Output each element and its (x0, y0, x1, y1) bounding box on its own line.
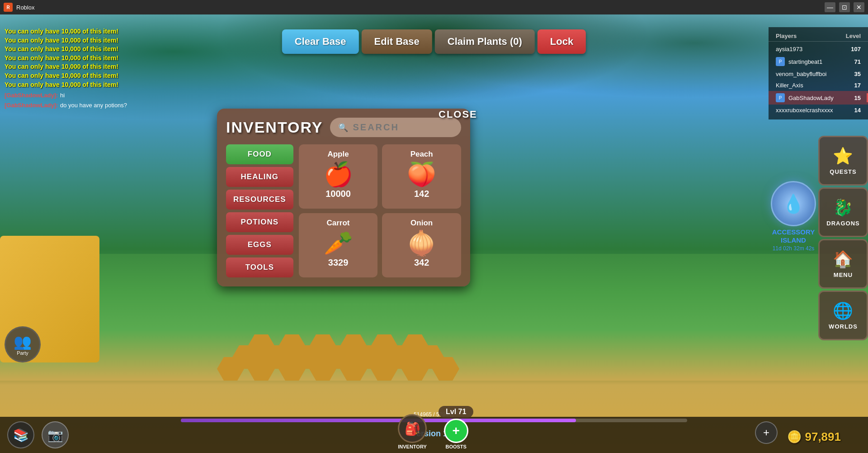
chat-name-1: [GabShadowLady]: (5, 92, 58, 99)
chat-warning-1: You can only have 10,000 of this item! (5, 27, 127, 36)
search-input[interactable] (353, 122, 453, 133)
inventory-title: INVENTORY (226, 119, 323, 136)
item-peach-name: Peach (387, 150, 456, 159)
gold-display: 🪙 97,891 (787, 430, 841, 444)
category-food-button[interactable]: FOOD (226, 144, 293, 164)
boosts-label: BOOSTS (445, 444, 466, 449)
inventory-panel: INVENTORY 🔍 FOOD HEALING RESOURCES POTIO… (217, 109, 470, 286)
item-onion-name: Onion (387, 219, 456, 228)
chat-message-2: [GabShadowLady]: do you have any potions… (5, 101, 127, 109)
category-potions-button[interactable]: POTIONS (226, 212, 293, 232)
dragons-icon: 🐉 (833, 198, 854, 217)
edit-base-button[interactable]: Edit Base (362, 29, 432, 54)
party-icon: 👥 (14, 333, 32, 350)
search-icon: 🔍 (338, 123, 348, 133)
progress-bar-fill (181, 419, 576, 422)
player-level-0: 107 (851, 46, 861, 52)
chat-warning-2: You can only have 10,000 of this item! (5, 36, 127, 45)
window-close-button[interactable]: ✕ (854, 2, 864, 12)
claim-plants-button[interactable]: Claim Plants (0) (435, 29, 535, 54)
search-box[interactable]: 🔍 (330, 118, 461, 137)
inventory-body: FOOD HEALING RESOURCES POTIONS EGGS TOOL… (226, 144, 461, 277)
player-name-0: aysia1973 (776, 46, 847, 52)
player-row-0: aysia1973 107 (769, 43, 868, 55)
progress-bar-area (181, 419, 687, 422)
item-carrot-count: 3329 (304, 257, 373, 268)
item-carrot-icon: 🥕 (304, 231, 373, 255)
item-peach[interactable]: Peach 🍑 142 (382, 144, 461, 209)
item-apple-name: Apple (304, 150, 373, 159)
item-onion-icon: 🧅 (387, 231, 456, 255)
menu-icon: 🏠 (833, 250, 854, 269)
chat-text-1: hi (60, 92, 65, 99)
chat-name-2: [GabShadowLady]: (5, 102, 58, 109)
player-row-5: xxxxruboxelcrashxxxx 14 (769, 105, 868, 116)
player-name-1: startingbeat1 (788, 58, 851, 65)
worlds-icon: 🌐 (833, 301, 854, 320)
players-header: Players Level (769, 31, 868, 42)
chat-warning-3: You can only have 10,000 of this item! (5, 45, 127, 54)
category-list: FOOD HEALING RESOURCES POTIONS EGGS TOOL… (226, 144, 293, 277)
worlds-label: WORLDS (829, 323, 858, 330)
player-icon-1: P (776, 57, 785, 66)
top-toolbar: Clear Base Edit Base Claim Plants (0) Lo… (282, 29, 586, 54)
category-eggs-button[interactable]: EGGS (226, 235, 293, 255)
chat-warning-7: You can only have 10,000 of this item! (5, 81, 127, 90)
chat-warning-6: You can only have 10,000 of this item! (5, 72, 127, 81)
category-healing-button[interactable]: HEALING (226, 167, 293, 187)
quests-label: QUESTS (830, 168, 856, 175)
player-level-5: 14 (854, 107, 861, 114)
player-name-3: Killer_Axis (776, 82, 851, 89)
item-apple[interactable]: Apple 🍎 10000 (299, 144, 378, 209)
player-row-2: venom_babyfluffboi 35 (769, 68, 868, 80)
dragons-button[interactable]: 🐉 DRAGONS (818, 187, 868, 237)
player-row-3: Killer_Axis 17 (769, 80, 868, 91)
lock-button[interactable]: Lock (538, 29, 586, 54)
chat-message-1: [GabShadowLady]: hi (5, 91, 127, 99)
player-name-4: GabShadowLady (788, 95, 851, 101)
plus-button[interactable]: + (755, 421, 778, 444)
player-row-1: P startingbeat1 71 (769, 55, 868, 68)
inventory-bottom-button[interactable]: 🎒 INVENTORY (398, 414, 427, 449)
boosts-button[interactable]: + (444, 419, 468, 443)
party-label: Party (17, 350, 28, 356)
level-area: Lvl 71 + BOOSTS (439, 406, 473, 449)
inventory-icon: 🎒 (398, 414, 427, 443)
items-grid: Apple 🍎 10000 Peach 🍑 142 Carrot 🥕 3329 … (299, 144, 461, 277)
inventory-header: INVENTORY 🔍 (226, 118, 461, 137)
menu-button[interactable]: 🏠 MENU (818, 239, 868, 289)
worlds-button[interactable]: 🌐 WORLDS (818, 291, 868, 340)
gold-amount: 97,891 (805, 430, 841, 443)
player-name-2: venom_babyfluffboi (776, 71, 851, 77)
accessory-island-circle: 💧 (771, 181, 816, 226)
item-onion[interactable]: Onion 🧅 342 (382, 213, 461, 277)
item-onion-count: 342 (387, 257, 456, 268)
quests-icon: ⭐ (833, 147, 854, 166)
players-panel: Players Level aysia1973 107 P startingbe… (769, 27, 868, 119)
item-carrot[interactable]: Carrot 🥕 3329 (299, 213, 378, 277)
party-button[interactable]: 👥 Party (5, 326, 41, 362)
right-buttons: ⭐ QUESTS 🐉 DRAGONS 🏠 MENU 🌐 WORLDS (818, 136, 868, 340)
quests-button[interactable]: ⭐ QUESTS (818, 136, 868, 186)
clear-base-button[interactable]: Clear Base (282, 29, 359, 54)
chat-warning-5: You can only have 10,000 of this item! (5, 62, 127, 72)
title-bar: R Roblox — ⊡ ✕ (0, 0, 868, 14)
camera-button[interactable]: 📷 (42, 421, 69, 448)
level-badge: Lvl 71 (439, 406, 473, 418)
tutorial-button[interactable]: 📚 (7, 421, 34, 448)
window-controls: — ⊡ ✕ (825, 2, 864, 12)
minimize-button[interactable]: — (825, 2, 835, 12)
inventory-close-button[interactable]: CLOSE (439, 109, 477, 120)
category-resources-button[interactable]: RESOURCES (226, 190, 293, 210)
category-tools-button[interactable]: TOOLS (226, 257, 293, 277)
maximize-button[interactable]: ⊡ (839, 2, 850, 12)
item-peach-count: 142 (387, 189, 456, 199)
chat-text-2: do you have any potions? (60, 102, 127, 109)
player-name-5: xxxxruboxelcrashxxxx (776, 107, 851, 114)
item-carrot-name: Carrot (304, 219, 373, 228)
player-icon-4: P (776, 93, 785, 102)
dragons-label: DRAGONS (826, 220, 859, 227)
accessory-island[interactable]: 💧 ACCESSORYISLAND 11d 02h 32m 42s (771, 181, 816, 252)
item-apple-count: 10000 (304, 189, 373, 199)
accessory-island-label: ACCESSORYISLAND (771, 228, 816, 244)
